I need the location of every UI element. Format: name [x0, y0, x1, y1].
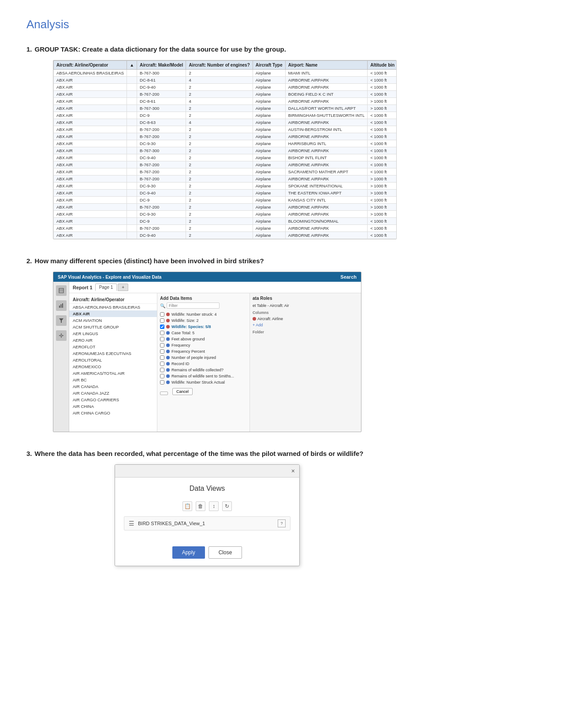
sap-header: SAP Visual Analytics - Explore and Visua…: [53, 272, 361, 282]
sap-check-item[interactable]: Frequency: [160, 342, 247, 348]
sap-check-item[interactable]: Frequency Percent: [160, 348, 247, 355]
sap-list-item[interactable]: AERO AIR: [69, 337, 157, 343]
sap-roles-title: ata Roles: [253, 296, 313, 301]
sap-page-tab[interactable]: Page 1: [95, 284, 117, 291]
sap-list-item[interactable]: AIR AMERICAS/TOTAL AIR: [69, 370, 157, 377]
sap-add-tab[interactable]: +: [118, 284, 128, 291]
close-button[interactable]: Close: [208, 546, 242, 559]
sap-list-item[interactable]: ABX AIR: [69, 310, 157, 317]
sap-add-label[interactable]: + Add: [253, 322, 313, 328]
table-cell: Airplane: [253, 218, 285, 225]
table-cell: DC-9-40: [137, 84, 186, 91]
apply-button[interactable]: Apply: [172, 546, 205, 559]
table-cell: Airplane: [253, 175, 285, 183]
sap-check-label: Feet above ground: [171, 337, 205, 341]
sap-checkbox[interactable]: [160, 380, 164, 385]
sap-search[interactable]: Search: [340, 274, 357, 280]
sap-cancel-button[interactable]: Cancel: [172, 388, 193, 395]
table-row: ABX AIRDC-9-302AirplaneSPOKANE INTERNATI…: [54, 183, 397, 190]
table-cell: 2: [186, 218, 253, 225]
sap-check-item[interactable]: Wildlife: Size: 2: [160, 317, 247, 324]
sap-checkbox[interactable]: [160, 331, 164, 335]
table-cell: MIAMI INTL: [285, 70, 367, 77]
svg-point-7: [60, 335, 62, 336]
sap-nav-filter-icon[interactable]: [56, 315, 67, 326]
sap-check-item[interactable]: Feet above ground: [160, 336, 247, 342]
sap-check-label: Wildlife: Species: 5/8: [171, 325, 211, 329]
section-2: 2.How many different species (distinct) …: [26, 257, 536, 432]
table-cell: AIRBORNE AIRPARK: [285, 225, 367, 232]
table-cell: < 1000 ft: [368, 77, 397, 84]
sap-checkbox[interactable]: [160, 325, 164, 329]
sap-check-label: Remains of wildlife sent to Smiths...: [171, 374, 234, 378]
svg-rect-8: [61, 333, 62, 334]
sap-list-item[interactable]: ACM AVIATION: [69, 317, 157, 324]
sap-list-item[interactable]: ABSA AEROLINHAS BRASILEIRAS: [69, 304, 157, 310]
sap-check-item[interactable]: Wildlife: Species: 5/8: [160, 324, 247, 330]
svg-rect-5: [62, 303, 63, 308]
sap-check-item[interactable]: Number of people injured: [160, 355, 247, 361]
sap-checkbox[interactable]: [160, 318, 164, 323]
sap-list-item[interactable]: ACM SHUTTLE GROUP: [69, 324, 157, 330]
table-cell: AIRBORNE AIRPARK: [285, 98, 367, 105]
sap-list-item[interactable]: AERONUMEJAS EJECUTIVAS: [69, 350, 157, 357]
table-cell: BLOOMINGTON/NORMAL: [285, 218, 367, 225]
sap-list-item[interactable]: AIR CANADA JAZZ: [69, 390, 157, 396]
sap-checkbox[interactable]: [160, 374, 164, 378]
table-cell: 2: [186, 232, 253, 239]
close-icon[interactable]: ×: [291, 467, 295, 474]
sap-checkbox[interactable]: [160, 349, 164, 354]
table-cell: [127, 190, 137, 197]
table-cell: [127, 112, 137, 119]
sap-list-item[interactable]: AEROMEXICO: [69, 363, 157, 370]
refresh-icon[interactable]: ↻: [222, 501, 232, 511]
sap-check-item[interactable]: Case Total: 5: [160, 330, 247, 336]
copy-icon[interactable]: 📋: [182, 501, 192, 511]
table-cell: Airplane: [253, 126, 285, 133]
table-header: Altitude bin: [368, 61, 397, 70]
sap-list-item[interactable]: AIR CANADA: [69, 383, 157, 390]
sap-filter-input[interactable]: [167, 302, 220, 309]
table-cell: [127, 126, 137, 133]
sap-list-item[interactable]: AIR CHINA: [69, 403, 157, 410]
table-cell: DC-9: [137, 218, 186, 225]
sap-nav-settings-icon[interactable]: [56, 330, 67, 341]
sort-icon[interactable]: ↕: [209, 501, 219, 511]
sap-list-item[interactable]: AEROLITORAL: [69, 357, 157, 363]
table-row: ABX AIRDC-8-614AirplaneAIRBORNE AIRPARK<…: [54, 77, 397, 84]
table-cell: < 1000 ft: [368, 140, 397, 147]
sap-checkbox[interactable]: [160, 368, 164, 372]
table-cell: > 1000 ft: [368, 211, 397, 218]
sap-nav-data-icon[interactable]: [56, 285, 67, 296]
data-table: Aircraft: Airline/Operator▲Aircraft: Mak…: [53, 60, 397, 239]
sap-list-item[interactable]: AER LINGUS: [69, 330, 157, 337]
sap-list-item[interactable]: AIR BC: [69, 377, 157, 383]
table-cell: AIRBORNE AIRPARK: [285, 84, 367, 91]
table-cell: AIRBORNE AIRPARK: [285, 204, 367, 211]
sap-checkbox[interactable]: [160, 362, 164, 366]
sap-list-item[interactable]: AIR CHINA CARGO: [69, 410, 157, 416]
sap-checkbox[interactable]: [160, 312, 164, 317]
data-view-badge[interactable]: ?: [278, 519, 286, 527]
table-row: ABSA AEROLINHAS BRASILEIRASB-767-3002Air…: [54, 70, 397, 77]
table-cell: ABX AIR: [54, 183, 127, 190]
sap-check-item[interactable]: Wildlife: Number struck: 4: [160, 311, 247, 317]
table-row: ABX AIRDC-92AirplaneKANSAS CITY INTL< 10…: [54, 197, 397, 204]
sap-nav-chart-icon[interactable]: [56, 300, 67, 311]
sap-check-item[interactable]: Remains of wildlife collected?: [160, 367, 247, 373]
delete-icon[interactable]: 🗑: [196, 501, 205, 511]
sap-checkbox[interactable]: [160, 355, 164, 360]
sap-checkbox[interactable]: [160, 343, 164, 347]
sap-check-label: Number of people injured: [171, 355, 216, 360]
sap-check-item[interactable]: Remains of wildlife sent to Smiths...: [160, 373, 247, 379]
table-cell: KANSAS CITY INTL: [285, 197, 367, 204]
sap-list-item[interactable]: AIR CARGO CARRIERS: [69, 396, 157, 403]
sap-checkbox[interactable]: [160, 337, 164, 341]
table-cell: [127, 91, 137, 98]
sap-add-ok-button[interactable]: [160, 392, 168, 395]
sap-list-item[interactable]: AEROFLOT: [69, 343, 157, 350]
sap-columns-label: Columns: [253, 310, 313, 315]
sap-columns-item: Aircraft: Airline: [253, 316, 313, 322]
sap-check-item[interactable]: Wildlife: Number Struck Actual: [160, 379, 247, 385]
sap-check-item[interactable]: Record ID: [160, 361, 247, 367]
